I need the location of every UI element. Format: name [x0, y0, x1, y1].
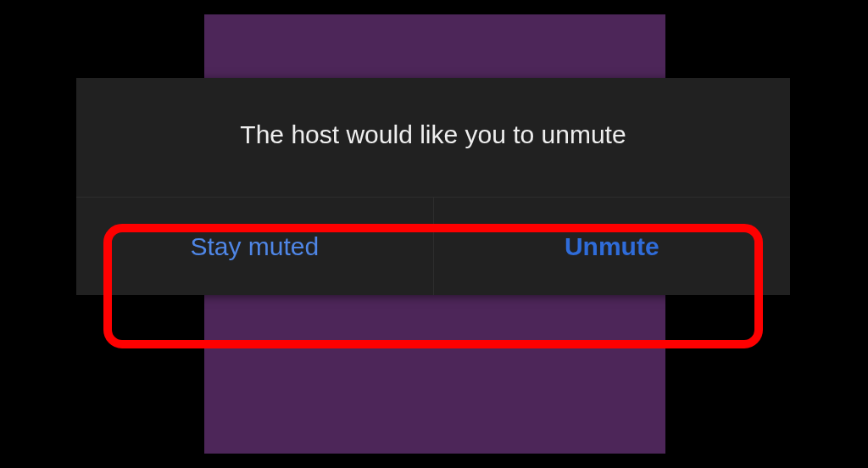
dialog-message: The host would like you to unmute [76, 78, 790, 198]
stay-muted-button[interactable]: Stay muted [76, 198, 433, 295]
unmute-button[interactable]: Unmute [433, 198, 791, 295]
dialog-actions: Stay muted Unmute [76, 198, 790, 295]
unmute-request-dialog: The host would like you to unmute Stay m… [76, 78, 790, 295]
